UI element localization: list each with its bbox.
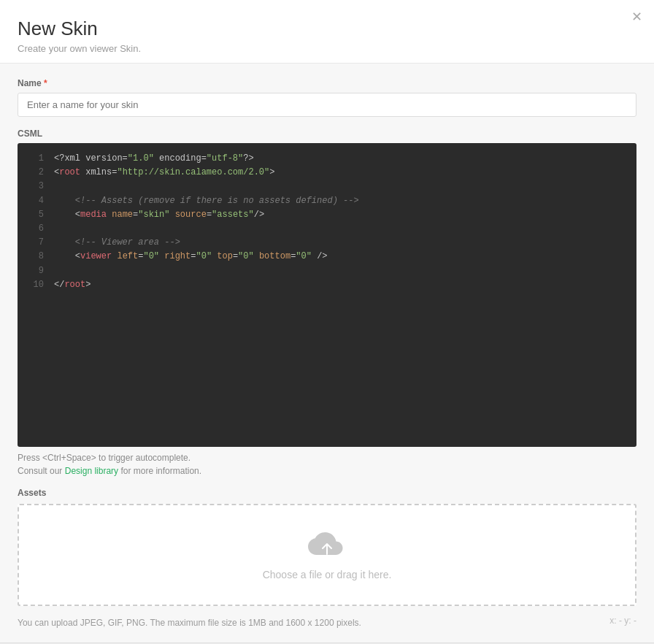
modal-body: Name * CSML 1 <?xml version="1.0" encodi…	[0, 64, 654, 643]
code-line-5: 5 <media name="skin" source="assets"/>	[18, 208, 636, 222]
csml-section: CSML 1 <?xml version="1.0" encoding="utf…	[18, 129, 636, 476]
assets-section: Assets Choose a file or drag it here. Yo…	[18, 488, 636, 628]
assets-label: Assets	[18, 488, 636, 498]
code-line-6: 6	[18, 222, 636, 236]
code-line-3: 3	[18, 180, 636, 193]
code-line-1: 1 <?xml version="1.0" encoding="utf-8"?>	[18, 152, 636, 166]
upload-hint: You can upload JPEG, GIF, PNG. The maxim…	[18, 618, 361, 628]
modal-title: New Skin	[18, 18, 636, 40]
modal-close-x-button[interactable]: ✕	[631, 10, 642, 23]
autocomplete-hint: Press <Ctrl+Space> to trigger autocomple…	[18, 453, 636, 463]
code-editor-wrapper: 1 <?xml version="1.0" encoding="utf-8"?>…	[18, 143, 636, 447]
design-library-link[interactable]: Design library	[65, 466, 118, 476]
required-indicator: *	[42, 78, 47, 88]
consult-hint: Consult our Design library for more info…	[18, 466, 636, 476]
code-editor[interactable]: 1 <?xml version="1.0" encoding="utf-8"?>…	[18, 143, 636, 447]
name-field-group: Name *	[18, 78, 636, 129]
code-line-2: 2 <root xmlns="http://skin.calameo.com/2…	[18, 166, 636, 180]
name-field-label: Name *	[18, 78, 636, 88]
file-drop-zone[interactable]: Choose a file or drag it here.	[18, 504, 636, 606]
code-line-4: 4 <!-- Assets (remove if there is no ass…	[18, 194, 636, 208]
modal-header: New Skin Create your own viewer Skin.	[0, 0, 654, 64]
csml-label: CSML	[18, 129, 636, 139]
drop-zone-text: Choose a file or drag it here.	[263, 569, 392, 580]
upload-cloud-icon	[308, 529, 346, 561]
modal: ✕ New Skin Create your own viewer Skin. …	[0, 0, 654, 644]
modal-subtitle: Create your own viewer Skin.	[18, 43, 636, 54]
coords-display: x: - y: -	[609, 616, 636, 626]
name-input[interactable]	[18, 93, 636, 117]
code-line-7: 7 <!-- Viewer area -->	[18, 236, 636, 250]
code-line-9: 9	[18, 264, 636, 278]
code-line-8: 8 <viewer left="0" right="0" top="0" bot…	[18, 250, 636, 264]
code-line-10: 10 </root>	[18, 278, 636, 292]
